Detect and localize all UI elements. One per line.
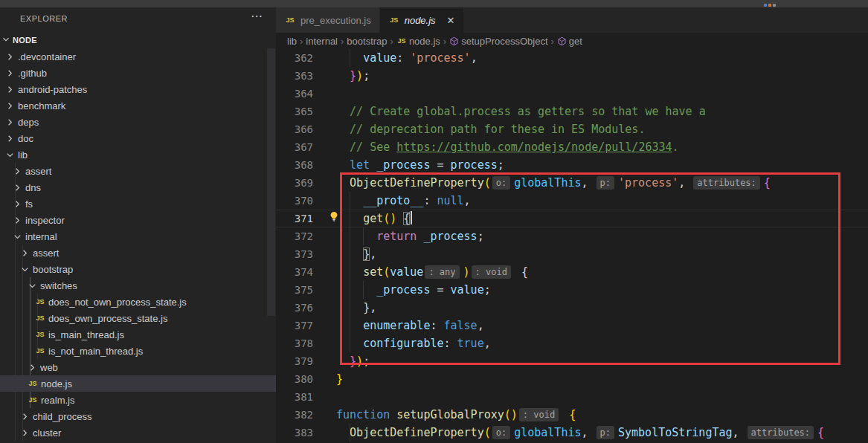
- code-token: 'process': [618, 176, 678, 190]
- line-number[interactable]: 383: [276, 424, 313, 442]
- tree-item-realm.js[interactable]: JSrealm.js: [0, 392, 276, 408]
- breadcrumb-item-lib[interactable]: lib: [287, 36, 297, 47]
- code-token: ): [356, 69, 363, 83]
- indent-guide: [350, 210, 350, 227]
- line-number[interactable]: 367: [276, 138, 313, 156]
- line-number[interactable]: 373: [276, 245, 313, 263]
- code-line-382[interactable]: 382function setupGlobalProxy(): void {: [276, 406, 868, 424]
- code-line-372[interactable]: 372 return _process;: [276, 227, 868, 245]
- line-number[interactable]: 365: [276, 103, 313, 120]
- tree-item-is_not_main_thread.js[interactable]: JSis_not_main_thread.js: [0, 343, 276, 359]
- tree-item-node.js[interactable]: JSnode.js: [0, 375, 276, 392]
- line-number[interactable]: 371: [276, 210, 313, 227]
- line-number[interactable]: 382: [276, 406, 313, 424]
- line-number[interactable]: 372: [276, 227, 313, 245]
- tree-item-deps[interactable]: deps: [0, 114, 276, 130]
- code-token: value: [390, 265, 423, 279]
- code-editor[interactable]: 362 value: 'process',363 });364365 // Cr…: [276, 49, 868, 443]
- tree-item-assert[interactable]: assert: [0, 163, 276, 179]
- code-line-378[interactable]: 378 configurable: true,: [276, 334, 868, 352]
- tree-item-dns[interactable]: dns: [0, 179, 276, 195]
- breadcrumb-item-node.js[interactable]: JSnode.js: [396, 36, 440, 47]
- lightbulb-icon[interactable]: [329, 211, 339, 224]
- line-number[interactable]: 363: [276, 67, 313, 85]
- code-line-text: return _process;: [313, 227, 868, 245]
- line-number[interactable]: 370: [276, 192, 313, 210]
- explorer-section-node[interactable]: NODE: [0, 32, 276, 48]
- code-line-368[interactable]: 368 let _process = process;: [276, 156, 868, 174]
- code-token: __proto__: [363, 194, 423, 207]
- tree-item-child_process[interactable]: child_process: [0, 408, 276, 424]
- tree-item-assert[interactable]: assert: [0, 245, 276, 261]
- tree-item-switches[interactable]: switches: [0, 277, 276, 294]
- line-number[interactable]: 364: [276, 85, 313, 103]
- line-number[interactable]: 379: [276, 352, 313, 370]
- code-line-369[interactable]: 369 ObjectDefineProperty(o:globalThis, p…: [276, 174, 868, 192]
- code-line-380[interactable]: 380}: [276, 370, 868, 388]
- code-line-365[interactable]: 365 // Create global.process as getters …: [276, 103, 868, 120]
- breadcrumb-item-get[interactable]: get: [557, 36, 582, 47]
- code-line-383[interactable]: 383 ObjectDefineProperty(o:globalThis, p…: [276, 424, 868, 442]
- code-line-377[interactable]: 377 enumerable: false,: [276, 317, 868, 334]
- tree-item-internal[interactable]: internal: [0, 228, 276, 245]
- code-line-363[interactable]: 363 });: [276, 67, 868, 85]
- tree-item-benchmark[interactable]: benchmark: [0, 97, 276, 114]
- tree-item-does_own_process_state.js[interactable]: JSdoes_own_process_state.js: [0, 310, 276, 326]
- code-token: [370, 158, 376, 172]
- breadcrumb-item-setupProcessObject[interactable]: setupProcessObject: [449, 36, 547, 47]
- code-token: (: [383, 212, 390, 225]
- more-actions-icon[interactable]: ⋯: [251, 10, 263, 22]
- code-line-366[interactable]: 366 // deprecation path for these in ES …: [276, 120, 868, 138]
- code-line-375[interactable]: 375 _process = value;: [276, 281, 868, 299]
- code-line-364[interactable]: 364: [276, 85, 868, 103]
- code-line-379[interactable]: 379 });: [276, 352, 868, 370]
- code-line-371[interactable]: 371 get() {: [276, 210, 868, 227]
- code-line-381[interactable]: 381: [276, 388, 868, 406]
- chevron-right-icon: [4, 133, 16, 144]
- close-icon[interactable]: ✕: [447, 15, 455, 26]
- titlebar-fragment: [768, 4, 771, 7]
- code-token: globalThis: [514, 176, 581, 190]
- code-line-text: });: [313, 352, 868, 370]
- code-token: {: [403, 212, 410, 225]
- tree-item-doc[interactable]: doc: [0, 130, 276, 146]
- inlay-hint: o:: [492, 176, 510, 190]
- tree-item-inspector[interactable]: inspector: [0, 212, 276, 228]
- tree-item-.github[interactable]: .github: [0, 65, 276, 81]
- breadcrumb-item-internal[interactable]: internal: [306, 36, 338, 47]
- code-token: enumerable: [363, 319, 430, 332]
- tree-item-android-patches[interactable]: android-patches: [0, 81, 276, 97]
- breadcrumb-item-bootstrap[interactable]: bootstrap: [347, 36, 387, 47]
- line-number[interactable]: 374: [276, 263, 313, 281]
- code-line-374[interactable]: 374 set(value: any): void {: [276, 263, 868, 281]
- tree-item-is_main_thread.js[interactable]: JSis_main_thread.js: [0, 326, 276, 343]
- code-line-376[interactable]: 376 },: [276, 299, 868, 317]
- tab-node.js[interactable]: JSnode.js✕: [380, 7, 463, 33]
- code-line-373[interactable]: 373 },: [276, 245, 868, 263]
- line-number[interactable]: 377: [276, 317, 313, 334]
- sidebar-scrollbar[interactable]: [267, 48, 275, 316]
- line-number[interactable]: 381: [276, 388, 313, 406]
- tree-item-.devcontainer[interactable]: .devcontainer: [0, 48, 276, 65]
- tree-item-does_not_own_process_state.js[interactable]: JSdoes_not_own_process_state.js: [0, 294, 276, 310]
- line-number[interactable]: 378: [276, 334, 313, 352]
- chevron-down-icon: [4, 149, 16, 161]
- tree-item-web[interactable]: web: [0, 359, 276, 375]
- line-number[interactable]: 366: [276, 120, 313, 138]
- line-number[interactable]: 362: [276, 49, 313, 67]
- line-number[interactable]: 380: [276, 370, 313, 388]
- code-line-362[interactable]: 362 value: 'process',: [276, 49, 868, 67]
- line-number[interactable]: 368: [276, 156, 313, 174]
- line-number[interactable]: 369: [276, 174, 313, 192]
- code-token: _process: [376, 283, 430, 297]
- code-line-367[interactable]: 367 // See https://github.com/nodejs/nod…: [276, 138, 868, 156]
- tab-pre_execution.js[interactable]: JSpre_execution.js: [276, 7, 379, 33]
- tree-item-fs[interactable]: fs: [0, 195, 276, 212]
- tree-item-lib[interactable]: lib: [0, 146, 276, 163]
- code-line-370[interactable]: 370 __proto__: null,: [276, 192, 868, 210]
- tree-item-bootstrap[interactable]: bootstrap: [0, 261, 276, 277]
- line-number[interactable]: 376: [276, 299, 313, 317]
- tree-item-cluster[interactable]: cluster: [0, 424, 276, 441]
- line-number[interactable]: 375: [276, 281, 313, 299]
- breadcrumb-label: setupProcessObject: [461, 36, 547, 47]
